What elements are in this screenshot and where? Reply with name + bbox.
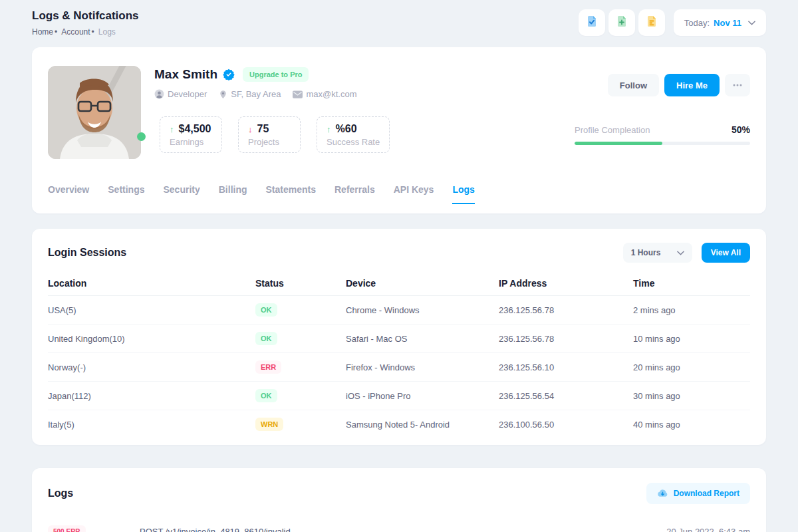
cell-device: Samsung Noted 5- Android xyxy=(346,420,499,430)
cloud-download-icon xyxy=(657,489,668,498)
status-badge: OK xyxy=(255,303,277,317)
breadcrumb-account[interactable]: Account xyxy=(61,27,98,37)
cell-ip: 236.100.56.50 xyxy=(499,420,633,430)
breadcrumb-logs: Logs xyxy=(98,27,116,37)
tab-api-keys[interactable]: API Keys xyxy=(394,184,434,204)
column-location: Location xyxy=(48,278,255,289)
table-row[interactable]: United Kingdom(10) OK Safari - Mac OS 23… xyxy=(48,325,750,353)
log-date: 20 Jun 2022, 6:43 am xyxy=(666,527,750,532)
avatar[interactable] xyxy=(48,66,141,159)
log-path: POST /v1/invoice/in_4819_8610/invalid xyxy=(140,527,666,532)
header-toolbar: Today: Nov 11 xyxy=(579,9,766,36)
profile-completion: Profile Compleation 50% xyxy=(575,124,750,145)
tab-referrals[interactable]: Referrals xyxy=(334,184,375,204)
file-check-icon xyxy=(585,15,598,31)
log-entry-row[interactable]: 500 ERR POST /v1/invoice/in_4819_8610/in… xyxy=(32,521,766,532)
table-row[interactable]: Japan(112) OK iOS - iPhone Pro 236.125.5… xyxy=(48,382,750,410)
login-sessions-table: Location Status Device IP Address Time U… xyxy=(32,271,766,438)
download-report-button[interactable]: Download Report xyxy=(646,483,750,504)
cell-device: Safari - Mac OS xyxy=(346,334,499,344)
stat-label: Projects xyxy=(248,137,291,147)
tab-billing[interactable]: Billing xyxy=(219,184,247,204)
cell-ip: 236.125.56.78 xyxy=(499,305,633,315)
stat-value: $4,500 xyxy=(179,123,211,135)
profile-role[interactable]: Developer xyxy=(154,89,207,99)
chevron-down-icon xyxy=(677,251,684,255)
tab-security[interactable]: Security xyxy=(164,184,200,204)
avatar-photo xyxy=(48,66,141,159)
profile-email[interactable]: max@kt.com xyxy=(293,89,356,99)
status-badge: OK xyxy=(255,389,277,402)
cell-device: Firefox - Windows xyxy=(346,362,499,372)
login-sessions-title: Login Sessions xyxy=(48,247,126,259)
date-picker-button[interactable]: Today: Nov 11 xyxy=(674,9,766,36)
hire-me-button[interactable]: Hire Me xyxy=(664,74,720,96)
cell-location: Italy(5) xyxy=(48,420,255,430)
login-sessions-card: Login Sessions 1 Hours View All Location… xyxy=(32,229,766,445)
upgrade-to-pro-badge[interactable]: Upgrade to Pro xyxy=(243,67,309,82)
follow-button[interactable]: Follow xyxy=(608,74,659,96)
chevron-down-icon xyxy=(748,21,755,25)
profile-meta-row: Developer SF, Bay Area max@kt.com xyxy=(154,89,356,99)
cell-location: United Kingdom(10) xyxy=(48,334,255,344)
date-value: Nov 11 xyxy=(714,18,741,28)
completion-label: Profile Compleation xyxy=(575,125,650,135)
date-label: Today: xyxy=(684,18,710,28)
table-row[interactable]: USA(5) OK Chrome - Windows 236.125.56.78… xyxy=(48,296,750,325)
stat-success-rate: ↑ %60 Success Rate xyxy=(317,116,390,153)
status-badge: ERR xyxy=(255,360,281,374)
column-device: Device xyxy=(346,278,499,289)
profile-role-label: Developer xyxy=(168,89,207,99)
completion-progress-track xyxy=(575,142,750,145)
breadcrumb-home[interactable]: Home xyxy=(32,27,61,37)
cell-time: 40 mins ago xyxy=(633,420,750,430)
tab-statements[interactable]: Statements xyxy=(266,184,316,204)
hours-filter-select[interactable]: 1 Hours xyxy=(623,243,692,263)
page-title: Logs & Notifcations xyxy=(32,9,139,23)
profile-main: Max Smith Upgrade to Pro Developer xyxy=(154,67,356,99)
file-lines-icon xyxy=(645,15,658,31)
stat-value: 75 xyxy=(257,123,269,135)
profile-location[interactable]: SF, Bay Area xyxy=(219,89,281,99)
tab-overview[interactable]: Overview xyxy=(48,184,89,204)
file-lines-button[interactable] xyxy=(638,9,665,36)
file-plus-icon xyxy=(615,15,628,31)
table-header-row: Location Status Device IP Address Time xyxy=(48,271,750,296)
profile-name[interactable]: Max Smith xyxy=(154,67,217,82)
login-sessions-header: Login Sessions 1 Hours View All xyxy=(32,229,766,271)
ellipsis-icon xyxy=(733,84,742,86)
status-badge: OK xyxy=(255,332,277,345)
profile-location-label: SF, Bay Area xyxy=(231,89,281,99)
profile-name-row: Max Smith Upgrade to Pro xyxy=(154,67,356,82)
cell-time: 20 mins ago xyxy=(633,362,750,372)
location-pin-icon xyxy=(219,90,227,99)
cell-location: Japan(112) xyxy=(48,391,255,401)
verified-badge-icon xyxy=(223,68,235,80)
page: Logs & Notifcations Home Account Logs xyxy=(0,0,798,532)
view-all-button[interactable]: View All xyxy=(702,243,750,263)
cell-time: 2 mins ago xyxy=(633,305,750,315)
status-badge: WRN xyxy=(255,418,283,431)
tab-logs[interactable]: Logs xyxy=(452,184,474,204)
download-report-label: Download Report xyxy=(674,489,739,498)
table-row[interactable]: Italy(5) WRN Samsung Noted 5- Android 23… xyxy=(48,410,750,438)
profile-stats: ↑ $4,500 Earnings ↓ 75 Projects ↑ %60 Su… xyxy=(160,116,390,153)
profile-tabs: Overview Settings Security Billing State… xyxy=(48,184,475,204)
profile-email-label: max@kt.com xyxy=(306,89,356,99)
logs-card: Logs Download Report 500 ERR POST /v1/in… xyxy=(32,468,766,532)
cell-ip: 236.125.56.54 xyxy=(499,391,633,401)
tab-settings[interactable]: Settings xyxy=(108,184,144,204)
profile-actions: Follow Hire Me xyxy=(608,74,750,96)
cell-time: 10 mins ago xyxy=(633,334,750,344)
more-options-button[interactable] xyxy=(725,74,750,96)
person-icon xyxy=(154,89,164,99)
completion-value: 50% xyxy=(732,124,750,135)
table-row[interactable]: Norway(-) ERR Firefox - Windows 236.125.… xyxy=(48,353,750,382)
stat-label: Earnings xyxy=(170,137,212,147)
stat-projects: ↓ 75 Projects xyxy=(238,116,301,153)
cell-ip: 236.125.56.10 xyxy=(499,362,633,372)
envelope-icon xyxy=(293,90,303,98)
file-check-button[interactable] xyxy=(579,9,605,36)
column-ip-address: IP Address xyxy=(499,278,633,289)
file-plus-button[interactable] xyxy=(608,9,635,36)
